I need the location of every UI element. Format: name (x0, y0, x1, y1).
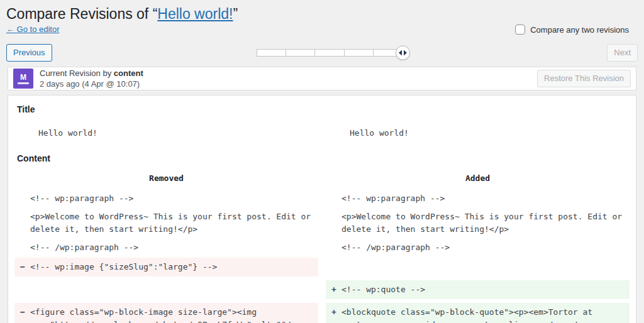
avatar-sub-mark (18, 82, 29, 84)
content-section-heading: Content (17, 153, 630, 163)
diff-cell-del: −<!-- wp:image {"sizeSlug":"large"} --> (14, 258, 318, 276)
left-right-arrows-icon (399, 50, 407, 56)
compare-two-revisions-control: Compare any two revisions (515, 25, 629, 35)
code-text: <!-- /wp:paragraph --> (341, 243, 450, 252)
removed-column-header: Removed (14, 173, 318, 183)
slider-ticks (257, 49, 402, 57)
code-text: <figure class="wp-block-image size-large… (30, 307, 296, 323)
slider-tick[interactable] (286, 49, 314, 57)
code-text: <!-- /wp:paragraph --> (30, 243, 138, 252)
revision-author: content (114, 68, 143, 78)
title-diff-row: Hello world! Hello world! (14, 124, 630, 146)
go-to-editor-link[interactable]: ← Go to editor (6, 25, 60, 34)
slider-tick[interactable] (257, 49, 286, 57)
code-text: <p>Welcome to WordPress~ This is your fi… (341, 212, 622, 234)
revision-meta-text: Current Revision by content 2 days ago (… (40, 68, 143, 89)
title-section-heading: Title (17, 104, 630, 114)
diff-cell-del: −<figure class="wp-block-image size-larg… (14, 303, 318, 323)
diff-cell-context: <!-- wp:paragraph --> (14, 190, 318, 207)
diff-cell-context: <!-- /wp:paragraph --> (14, 239, 318, 256)
next-button[interactable]: Next (607, 44, 638, 62)
diff-cell-ins: +<blockquote class="wp-block-quote"><p><… (326, 303, 630, 323)
removed-sign: − (20, 261, 25, 273)
compare-two-revisions-label: Compare any two revisions (530, 25, 629, 35)
page-title-suffix: ” (233, 6, 238, 22)
revision-meta-line1: Current Revision by content (40, 68, 143, 79)
slider-zone (52, 49, 608, 57)
revision-meta-prefix: Current Revision by (40, 68, 114, 78)
post-title-link[interactable]: Hello world! (157, 6, 233, 22)
removed-sign: − (20, 306, 25, 319)
diff-column-headers: Removed Added (14, 173, 630, 183)
added-sign: + (331, 306, 336, 319)
code-text: <!-- wp:paragraph --> (341, 194, 445, 203)
slider-tick[interactable] (344, 49, 373, 57)
added-sign: + (331, 283, 336, 296)
revision-controls: Previous Next (0, 43, 644, 62)
previous-button[interactable]: Previous (6, 44, 52, 62)
diff-cell-context: <!-- /wp:paragraph --> (326, 239, 630, 256)
slider-tick[interactable] (314, 49, 343, 57)
diff-panel: Title Hello world! Hello world! Content … (8, 95, 636, 323)
diff-row: +<!-- wp:quote --> (14, 280, 630, 299)
code-text: <!-- wp:image {"sizeSlug":"large"} --> (30, 262, 217, 271)
author-avatar: M (13, 68, 33, 89)
code-text: <p>Welcome to WordPress~ This is your fi… (30, 212, 311, 234)
revision-timestamp: 2 days ago (4 Apr @ 10:07) (40, 79, 143, 89)
code-text: <!-- wp:quote --> (341, 285, 425, 294)
revision-slider-track[interactable] (257, 49, 402, 57)
added-column-header: Added (326, 173, 630, 183)
restore-revision-button[interactable]: Restore This Revision (537, 70, 631, 87)
slider-handle[interactable] (396, 46, 410, 60)
current-revision-meta: M Current Revision by content 2 days ago… (8, 67, 636, 90)
compare-two-revisions-checkbox[interactable] (515, 25, 525, 35)
code-text: <!-- wp:paragraph --> (30, 194, 133, 203)
diff-row: −<figure class="wp-block-image size-larg… (14, 303, 630, 323)
diff-cell-empty (14, 280, 318, 299)
title-value-right: Hello world! (326, 124, 630, 146)
avatar-letter: M (20, 74, 26, 81)
diff-row: <!-- wp:paragraph --><!-- wp:paragraph -… (14, 190, 630, 207)
page-title-prefix: Compare Revisions of “ (6, 6, 157, 22)
diff-row: −<!-- wp:image {"sizeSlug":"large"} --> (14, 258, 630, 276)
diff-cell-ins: +<!-- wp:quote --> (326, 280, 630, 299)
diff-cell-context: <p>Welcome to WordPress~ This is your fi… (326, 209, 630, 238)
diff-row: <p>Welcome to WordPress~ This is your fi… (14, 209, 630, 238)
diff-rows: <!-- wp:paragraph --><!-- wp:paragraph -… (14, 190, 630, 323)
diff-cell-empty (326, 258, 630, 276)
page-title: Compare Revisions of “Hello world!” (6, 5, 631, 23)
code-text: <blockquote class="wp-block-quote"><p><e… (341, 307, 592, 323)
diff-row: <!-- /wp:paragraph --><!-- /wp:paragraph… (14, 239, 630, 256)
title-value-left: Hello world! (14, 124, 318, 146)
page-header: Compare Revisions of “Hello world!” ← Go… (0, 0, 644, 34)
diff-cell-context: <p>Welcome to WordPress~ This is your fi… (14, 209, 318, 238)
diff-cell-context: <!-- wp:paragraph --> (326, 190, 630, 207)
